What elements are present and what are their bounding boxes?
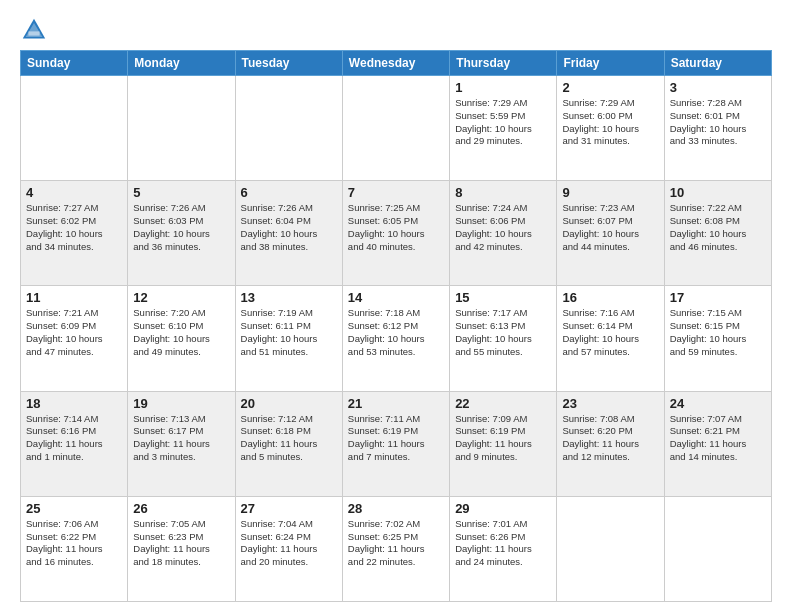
day-info: Sunrise: 7:04 AM Sunset: 6:24 PM Dayligh… — [241, 518, 337, 569]
day-info: Sunrise: 7:21 AM Sunset: 6:09 PM Dayligh… — [26, 307, 122, 358]
day-number: 27 — [241, 501, 337, 516]
calendar-cell: 27Sunrise: 7:04 AM Sunset: 6:24 PM Dayli… — [235, 496, 342, 601]
calendar-cell: 7Sunrise: 7:25 AM Sunset: 6:05 PM Daylig… — [342, 181, 449, 286]
day-number: 28 — [348, 501, 444, 516]
calendar-cell: 9Sunrise: 7:23 AM Sunset: 6:07 PM Daylig… — [557, 181, 664, 286]
day-info: Sunrise: 7:19 AM Sunset: 6:11 PM Dayligh… — [241, 307, 337, 358]
day-number: 8 — [455, 185, 551, 200]
svg-rect-2 — [28, 31, 39, 35]
calendar-cell: 3Sunrise: 7:28 AM Sunset: 6:01 PM Daylig… — [664, 76, 771, 181]
day-info: Sunrise: 7:01 AM Sunset: 6:26 PM Dayligh… — [455, 518, 551, 569]
calendar-day-header: Saturday — [664, 51, 771, 76]
day-number: 4 — [26, 185, 122, 200]
day-info: Sunrise: 7:08 AM Sunset: 6:20 PM Dayligh… — [562, 413, 658, 464]
calendar-cell — [664, 496, 771, 601]
day-number: 6 — [241, 185, 337, 200]
day-info: Sunrise: 7:28 AM Sunset: 6:01 PM Dayligh… — [670, 97, 766, 148]
calendar-cell: 21Sunrise: 7:11 AM Sunset: 6:19 PM Dayli… — [342, 391, 449, 496]
calendar-cell: 10Sunrise: 7:22 AM Sunset: 6:08 PM Dayli… — [664, 181, 771, 286]
day-info: Sunrise: 7:02 AM Sunset: 6:25 PM Dayligh… — [348, 518, 444, 569]
calendar-cell: 26Sunrise: 7:05 AM Sunset: 6:23 PM Dayli… — [128, 496, 235, 601]
day-info: Sunrise: 7:12 AM Sunset: 6:18 PM Dayligh… — [241, 413, 337, 464]
day-number: 10 — [670, 185, 766, 200]
day-info: Sunrise: 7:13 AM Sunset: 6:17 PM Dayligh… — [133, 413, 229, 464]
calendar-cell: 12Sunrise: 7:20 AM Sunset: 6:10 PM Dayli… — [128, 286, 235, 391]
calendar-cell: 6Sunrise: 7:26 AM Sunset: 6:04 PM Daylig… — [235, 181, 342, 286]
day-info: Sunrise: 7:27 AM Sunset: 6:02 PM Dayligh… — [26, 202, 122, 253]
calendar-day-header: Friday — [557, 51, 664, 76]
calendar-cell — [557, 496, 664, 601]
day-number: 11 — [26, 290, 122, 305]
day-number: 26 — [133, 501, 229, 516]
day-info: Sunrise: 7:09 AM Sunset: 6:19 PM Dayligh… — [455, 413, 551, 464]
day-number: 16 — [562, 290, 658, 305]
day-info: Sunrise: 7:14 AM Sunset: 6:16 PM Dayligh… — [26, 413, 122, 464]
calendar-week-row: 25Sunrise: 7:06 AM Sunset: 6:22 PM Dayli… — [21, 496, 772, 601]
calendar-cell: 17Sunrise: 7:15 AM Sunset: 6:15 PM Dayli… — [664, 286, 771, 391]
day-number: 12 — [133, 290, 229, 305]
day-info: Sunrise: 7:29 AM Sunset: 6:00 PM Dayligh… — [562, 97, 658, 148]
calendar-day-header: Tuesday — [235, 51, 342, 76]
day-number: 18 — [26, 396, 122, 411]
day-number: 15 — [455, 290, 551, 305]
day-number: 17 — [670, 290, 766, 305]
calendar-day-header: Wednesday — [342, 51, 449, 76]
calendar-header-row: SundayMondayTuesdayWednesdayThursdayFrid… — [21, 51, 772, 76]
logo-icon — [20, 16, 48, 44]
day-info: Sunrise: 7:24 AM Sunset: 6:06 PM Dayligh… — [455, 202, 551, 253]
day-info: Sunrise: 7:26 AM Sunset: 6:04 PM Dayligh… — [241, 202, 337, 253]
day-info: Sunrise: 7:16 AM Sunset: 6:14 PM Dayligh… — [562, 307, 658, 358]
day-number: 2 — [562, 80, 658, 95]
day-info: Sunrise: 7:11 AM Sunset: 6:19 PM Dayligh… — [348, 413, 444, 464]
calendar-cell: 11Sunrise: 7:21 AM Sunset: 6:09 PM Dayli… — [21, 286, 128, 391]
calendar-cell — [128, 76, 235, 181]
logo — [20, 16, 53, 44]
day-info: Sunrise: 7:06 AM Sunset: 6:22 PM Dayligh… — [26, 518, 122, 569]
calendar-cell: 22Sunrise: 7:09 AM Sunset: 6:19 PM Dayli… — [450, 391, 557, 496]
day-info: Sunrise: 7:20 AM Sunset: 6:10 PM Dayligh… — [133, 307, 229, 358]
calendar-cell: 2Sunrise: 7:29 AM Sunset: 6:00 PM Daylig… — [557, 76, 664, 181]
calendar-cell: 25Sunrise: 7:06 AM Sunset: 6:22 PM Dayli… — [21, 496, 128, 601]
calendar-cell: 16Sunrise: 7:16 AM Sunset: 6:14 PM Dayli… — [557, 286, 664, 391]
calendar-cell: 24Sunrise: 7:07 AM Sunset: 6:21 PM Dayli… — [664, 391, 771, 496]
calendar-week-row: 11Sunrise: 7:21 AM Sunset: 6:09 PM Dayli… — [21, 286, 772, 391]
day-number: 9 — [562, 185, 658, 200]
day-info: Sunrise: 7:07 AM Sunset: 6:21 PM Dayligh… — [670, 413, 766, 464]
calendar-week-row: 1Sunrise: 7:29 AM Sunset: 5:59 PM Daylig… — [21, 76, 772, 181]
calendar-day-header: Monday — [128, 51, 235, 76]
calendar-cell: 20Sunrise: 7:12 AM Sunset: 6:18 PM Dayli… — [235, 391, 342, 496]
day-number: 7 — [348, 185, 444, 200]
calendar-cell: 5Sunrise: 7:26 AM Sunset: 6:03 PM Daylig… — [128, 181, 235, 286]
calendar-day-header: Sunday — [21, 51, 128, 76]
day-number: 22 — [455, 396, 551, 411]
header — [20, 16, 772, 44]
day-number: 21 — [348, 396, 444, 411]
day-number: 5 — [133, 185, 229, 200]
day-info: Sunrise: 7:05 AM Sunset: 6:23 PM Dayligh… — [133, 518, 229, 569]
day-number: 29 — [455, 501, 551, 516]
day-info: Sunrise: 7:29 AM Sunset: 5:59 PM Dayligh… — [455, 97, 551, 148]
day-info: Sunrise: 7:26 AM Sunset: 6:03 PM Dayligh… — [133, 202, 229, 253]
calendar-week-row: 4Sunrise: 7:27 AM Sunset: 6:02 PM Daylig… — [21, 181, 772, 286]
calendar-cell: 28Sunrise: 7:02 AM Sunset: 6:25 PM Dayli… — [342, 496, 449, 601]
day-info: Sunrise: 7:22 AM Sunset: 6:08 PM Dayligh… — [670, 202, 766, 253]
calendar-table: SundayMondayTuesdayWednesdayThursdayFrid… — [20, 50, 772, 602]
calendar-week-row: 18Sunrise: 7:14 AM Sunset: 6:16 PM Dayli… — [21, 391, 772, 496]
calendar-cell: 8Sunrise: 7:24 AM Sunset: 6:06 PM Daylig… — [450, 181, 557, 286]
day-info: Sunrise: 7:25 AM Sunset: 6:05 PM Dayligh… — [348, 202, 444, 253]
day-number: 25 — [26, 501, 122, 516]
calendar-cell: 18Sunrise: 7:14 AM Sunset: 6:16 PM Dayli… — [21, 391, 128, 496]
day-number: 23 — [562, 396, 658, 411]
page: SundayMondayTuesdayWednesdayThursdayFrid… — [0, 0, 792, 612]
calendar-cell — [342, 76, 449, 181]
calendar-cell: 29Sunrise: 7:01 AM Sunset: 6:26 PM Dayli… — [450, 496, 557, 601]
calendar-cell: 23Sunrise: 7:08 AM Sunset: 6:20 PM Dayli… — [557, 391, 664, 496]
calendar-cell — [235, 76, 342, 181]
day-info: Sunrise: 7:18 AM Sunset: 6:12 PM Dayligh… — [348, 307, 444, 358]
day-number: 1 — [455, 80, 551, 95]
day-number: 20 — [241, 396, 337, 411]
day-info: Sunrise: 7:17 AM Sunset: 6:13 PM Dayligh… — [455, 307, 551, 358]
calendar-cell: 19Sunrise: 7:13 AM Sunset: 6:17 PM Dayli… — [128, 391, 235, 496]
calendar-cell: 14Sunrise: 7:18 AM Sunset: 6:12 PM Dayli… — [342, 286, 449, 391]
day-number: 13 — [241, 290, 337, 305]
